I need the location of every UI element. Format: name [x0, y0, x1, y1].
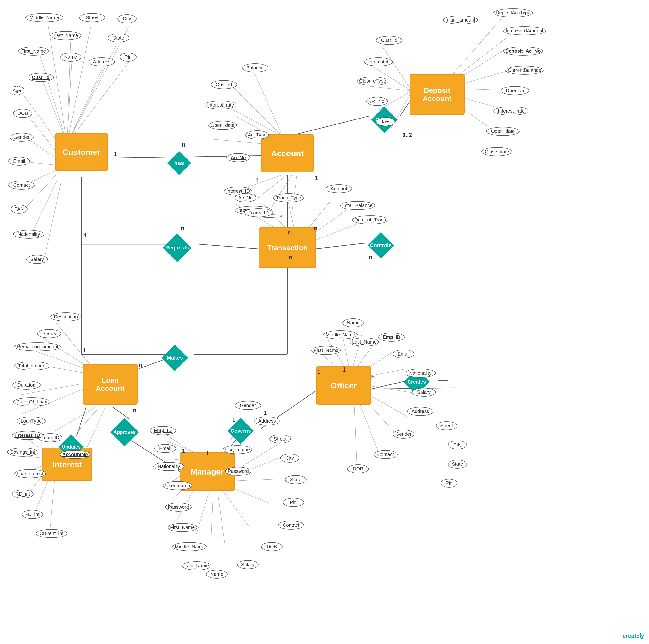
entity-account: Account [261, 134, 314, 172]
attr-dob-off: DOB [347, 464, 369, 473]
attr-password-mgr: Password [165, 503, 191, 512]
attr-dep-acc-type: DepositAccType [493, 8, 533, 17]
attr-date-of-trans: Date_of_Trans [352, 216, 388, 224]
attr-loan-type: LoanType [17, 417, 45, 425]
attr-loan-interest: LoanInterest [14, 469, 46, 478]
attr-ac-no: Ac_No [226, 153, 250, 162]
attr-open-date-dep: Open_date [486, 127, 520, 136]
attr-email-off: Email [393, 350, 414, 358]
attr-last-name-off: Last_Name [350, 337, 379, 347]
attr-street-off: Street [436, 421, 458, 430]
card-mgr-1: 1 [206, 450, 209, 457]
attr-name-mgr: Name [206, 570, 227, 579]
attr-first-name: First_Name [18, 47, 49, 55]
attr-trans-type: Trans_Type [273, 193, 304, 202]
attr-address-mgr: Address [254, 417, 280, 425]
card-app-mgr: 1 [182, 448, 185, 454]
svg-line-44 [67, 62, 105, 144]
attr-address-cust: Address [89, 57, 115, 66]
attr-state-mgr: State [285, 475, 307, 484]
entity-deposit-account: DepositAccount [409, 74, 465, 115]
attr-city-mgr: City [280, 454, 299, 463]
svg-marker-119 [110, 418, 139, 447]
attr-email-mgr: Email [155, 444, 176, 453]
card-has-account: n [182, 141, 186, 148]
card-off-2: 1 [342, 366, 346, 373]
svg-line-32 [383, 48, 412, 91]
attr-middle-name-off: Middle_Name [323, 330, 357, 339]
svg-line-88 [365, 393, 407, 417]
svg-line-38 [67, 25, 91, 144]
attr-last-name: Last_Name [50, 31, 81, 40]
attr-initial-amount: Initial_amount [443, 15, 478, 25]
attr-state-cust: State [108, 34, 129, 42]
svg-line-56 [230, 84, 283, 136]
attr-ac-no-dep: Ac_No [366, 97, 388, 106]
svg-line-98 [197, 494, 208, 534]
card-gov-off: 1 [263, 409, 266, 416]
attr-date-of-loan: Date_Of_Loan [13, 398, 50, 406]
attr-emp-id-mgr: Emp_ID [150, 426, 176, 435]
attr-first-name-off: First_Name [311, 346, 341, 355]
attr-age-cust: Age [8, 86, 25, 95]
attr-nationality-off: Nationality [405, 369, 436, 377]
svg-line-82 [342, 335, 350, 370]
attr-middle-name: Middle_Name [25, 13, 63, 22]
attr-ac-type: Ac_Type [246, 131, 269, 139]
attr-dob-cust: DOB [13, 109, 32, 118]
attr-interest-id: Interest_ID [12, 431, 43, 440]
svg-marker-118 [162, 345, 188, 371]
attr-status-loan: Status [37, 329, 61, 338]
attr-pin-mgr: Pin [283, 498, 304, 507]
attr-close-date-dep: Close_date [481, 147, 513, 156]
svg-line-42 [40, 54, 67, 144]
attr-current-balance-dep: CurrentBalance [505, 66, 544, 75]
card-trans-below: n [287, 229, 291, 235]
svg-marker-114 [167, 151, 191, 175]
svg-line-59 [210, 139, 261, 144]
card-account-deposit1: 1 [315, 175, 318, 181]
card-makes-loan: n [139, 362, 142, 368]
attr-gender-mgr: Gender [235, 401, 261, 410]
svg-line-2 [287, 116, 369, 136]
card-ctrl-off: n [369, 254, 373, 261]
attr-last-name-mgr: Last_Name [182, 561, 211, 570]
card-customer-has: 1 [114, 151, 117, 157]
entity-customer: Customer [55, 133, 108, 171]
card-loan-app: n [133, 407, 136, 414]
attr-pin-cust: Pin [120, 53, 136, 61]
attr-days-dep: days [376, 117, 395, 126]
attr-gender-off: Gender [393, 430, 414, 439]
svg-line-43 [67, 61, 72, 144]
attr-first-name-mgr: First_Name [168, 523, 197, 532]
svg-line-54 [44, 182, 61, 259]
attr-interest-rate-dep: Interest_rate [493, 106, 529, 116]
attr-state-off: State [448, 460, 467, 468]
svg-line-48 [26, 114, 57, 153]
diagram-lines [0, 0, 649, 644]
attr-interested-amount: InterestedAmount [503, 26, 546, 35]
attr-interest-id-dep: InterestId [364, 57, 393, 66]
attr-total-balance: Total_Balance [340, 201, 375, 210]
attr-middle-name-mgr: Middle_Name [172, 542, 207, 551]
attr-interest-rate-acc: Interest_rate [205, 100, 236, 109]
er-diagram: Customer Account DepositAccount Transact… [0, 0, 649, 644]
attr-nationality-mgr: Nationality [153, 462, 184, 471]
attr-rd-int: RD_int [12, 490, 34, 498]
card-deposit-cbe: 0..2 [402, 132, 412, 138]
attr-nationality-cust: Nationality [13, 230, 44, 239]
card-cust-makes: 1 [83, 347, 86, 354]
svg-line-69 [311, 220, 366, 242]
attr-fd-int: FD_int [21, 510, 43, 519]
svg-marker-121 [227, 418, 254, 444]
svg-line-6 [199, 244, 261, 249]
svg-line-37 [48, 24, 67, 144]
attr-closure-type: ClosureType [357, 77, 388, 86]
svg-line-34 [369, 86, 412, 91]
attr-ac-no-trans: Ac_No [235, 193, 256, 202]
attr-contact-off: Contact [374, 450, 397, 459]
attr-user-name-mgr: User_name [163, 481, 192, 490]
attr-pan-cust: PAN [11, 205, 28, 214]
attr-dob-mgr: DOB [261, 542, 283, 551]
svg-line-77 [55, 407, 96, 431]
